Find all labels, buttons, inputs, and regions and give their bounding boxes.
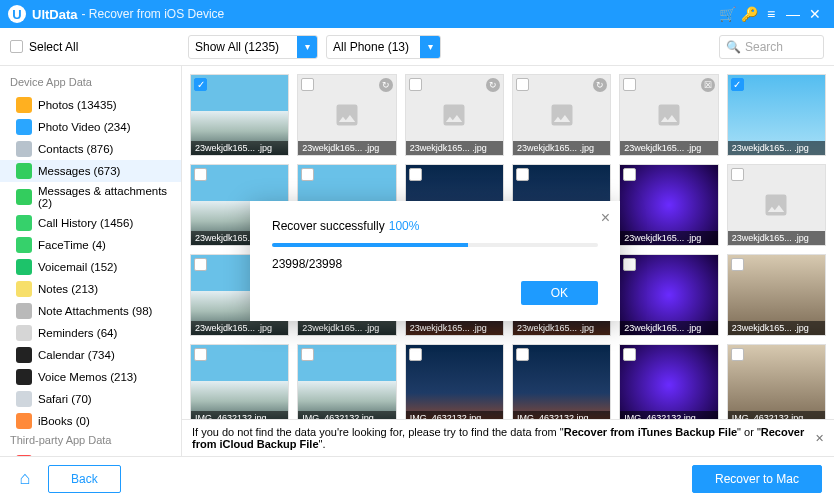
thumbnail[interactable]: ✓23wekjdk165... .jpg: [190, 74, 289, 156]
app-icon: [16, 119, 32, 135]
thumbnail[interactable]: 23wekjdk165... .jpg: [727, 254, 826, 336]
sidebar-item[interactable]: Call History (1456): [0, 212, 181, 234]
thumbnail-checkbox[interactable]: [409, 348, 422, 361]
thumbnail-checkbox[interactable]: [194, 258, 207, 271]
thumbnail[interactable]: ↻23wekjdk165... .jpg: [512, 74, 611, 156]
cart-icon[interactable]: 🛒: [716, 6, 738, 22]
thumbnail[interactable]: IMG_4632132.jpg: [619, 344, 718, 426]
sidebar-item[interactable]: Reminders (64): [0, 322, 181, 344]
chevron-down-icon: ▾: [420, 36, 440, 58]
thumbnail-checkbox[interactable]: [409, 168, 422, 181]
sidebar-item[interactable]: Messages (673): [0, 160, 181, 182]
sidebar-item[interactable]: Note Attachments (98): [0, 300, 181, 322]
thumbnail[interactable]: IMG_4632132.jpg: [405, 344, 504, 426]
app-icon: [16, 141, 32, 157]
thumbnail-checkbox[interactable]: [731, 348, 744, 361]
thumbnail-checkbox[interactable]: [623, 168, 636, 181]
thumbnail-caption: 23wekjdk165... .jpg: [513, 141, 610, 155]
sidebar-item[interactable]: FaceTime (4): [0, 234, 181, 256]
notice-text: If you do not find the data you're looki…: [192, 426, 815, 450]
app-icon: [16, 237, 32, 253]
thumbnail-checkbox[interactable]: [623, 348, 636, 361]
app-icon: [16, 215, 32, 231]
menu-icon[interactable]: ≡: [760, 6, 782, 22]
sidebar-item[interactable]: Voicemail (152): [0, 256, 181, 278]
back-button[interactable]: Back: [48, 465, 121, 493]
thumbnail-checkbox[interactable]: [516, 168, 529, 181]
thumbnail-checkbox[interactable]: [301, 78, 314, 91]
key-icon[interactable]: 🔑: [738, 6, 760, 22]
close-icon[interactable]: ✕: [804, 6, 826, 22]
thumbnail[interactable]: ✓23wekjdk165... .jpg: [727, 74, 826, 156]
sidebar-item[interactable]: Notes (213): [0, 278, 181, 300]
recover-button[interactable]: Recover to Mac: [692, 465, 822, 493]
progress-bar: [272, 243, 598, 247]
app-icon: [16, 163, 32, 179]
home-icon[interactable]: ⌂: [12, 468, 38, 489]
thumbnail-checkbox[interactable]: ✓: [194, 78, 207, 91]
sidebar-item-label: Photo Video (234): [38, 121, 131, 133]
search-input[interactable]: 🔍 Search: [719, 35, 824, 59]
thumbnail-checkbox[interactable]: [731, 258, 744, 271]
sidebar-item-label: Messages & attachments (2): [38, 185, 171, 209]
sidebar-item-label: Contacts (876): [38, 143, 113, 155]
thumbnail[interactable]: 23wekjdk165... .jpg: [727, 164, 826, 246]
thumbnail-checkbox[interactable]: [731, 168, 744, 181]
thumbnail[interactable]: IMG_4632132.jpg: [190, 344, 289, 426]
thumbnail-caption: 23wekjdk165... .jpg: [298, 141, 395, 155]
thumbnail-caption: 23wekjdk165... .jpg: [191, 141, 288, 155]
minimize-icon[interactable]: —: [782, 6, 804, 22]
thumbnail[interactable]: ↻23wekjdk165... .jpg: [405, 74, 504, 156]
device-filter-dropdown[interactable]: All Phone (13) ▾: [326, 35, 441, 59]
sidebar-item[interactable]: Contacts (876): [0, 138, 181, 160]
thumbnail-checkbox[interactable]: [623, 258, 636, 271]
itunes-backup-link[interactable]: Recover from iTunes Backup File: [564, 426, 737, 438]
thumbnail-checkbox[interactable]: [301, 168, 314, 181]
ok-button[interactable]: OK: [521, 281, 598, 305]
sidebar-item[interactable]: Calendar (734): [0, 344, 181, 366]
search-icon: 🔍: [726, 40, 741, 54]
thumbnail[interactable]: 23wekjdk165... .jpg: [619, 254, 718, 336]
sidebar-item-label: Safari (70): [38, 393, 92, 405]
app-icon: [16, 189, 32, 205]
sidebar-item-label: Voice Memos (213): [38, 371, 137, 383]
thumbnail-caption: 23wekjdk165... .jpg: [620, 231, 717, 245]
backup-notice: If you do not find the data you're looki…: [182, 419, 834, 456]
notice-close-icon[interactable]: ✕: [815, 432, 824, 445]
thumbnail-checkbox[interactable]: [516, 78, 529, 91]
thumbnail-caption: 23wekjdk165... .jpg: [406, 321, 503, 335]
thumbnail-caption: 23wekjdk165... .jpg: [191, 321, 288, 335]
thumbnail-checkbox[interactable]: [301, 348, 314, 361]
thumbnail-caption: 23wekjdk165... .jpg: [406, 141, 503, 155]
thumbnail[interactable]: IMG_4632132.jpg: [297, 344, 396, 426]
sidebar-item[interactable]: Photo Video (234): [0, 116, 181, 138]
thumbnail-checkbox[interactable]: [623, 78, 636, 91]
thumbnail[interactable]: ↻23wekjdk165... .jpg: [297, 74, 396, 156]
sidebar-item[interactable]: App Photos (0): [0, 452, 181, 456]
app-icon: [16, 455, 32, 456]
select-all-checkbox[interactable]: Select All: [10, 40, 180, 54]
sidebar-item-label: Photos (13435): [38, 99, 117, 111]
app-icon: [16, 281, 32, 297]
thumbnail-checkbox[interactable]: [516, 348, 529, 361]
thumbnail[interactable]: 23wekjdk165... .jpg: [619, 164, 718, 246]
dialog-close-icon[interactable]: ×: [601, 209, 610, 227]
thumbnail-caption: 23wekjdk165... .jpg: [620, 321, 717, 335]
sidebar-item[interactable]: Messages & attachments (2): [0, 182, 181, 212]
sidebar-item[interactable]: Safari (70): [0, 388, 181, 410]
progress-count: 23998/23998: [272, 257, 598, 271]
thumbnail[interactable]: ☒23wekjdk165... .jpg: [619, 74, 718, 156]
sidebar-item[interactable]: iBooks (0): [0, 410, 181, 432]
thumbnail-caption: 23wekjdk165... .jpg: [728, 321, 825, 335]
show-filter-dropdown[interactable]: Show All (1235) ▾: [188, 35, 318, 59]
thumbnail-checkbox[interactable]: [194, 168, 207, 181]
sidebar-item[interactable]: Photos (13435): [0, 94, 181, 116]
sidebar-item[interactable]: Voice Memos (213): [0, 366, 181, 388]
thumbnail-checkbox[interactable]: [409, 78, 422, 91]
thumbnail-checkbox[interactable]: [194, 348, 207, 361]
select-all-label: Select All: [29, 40, 78, 54]
thumbnail[interactable]: IMG_4632132.jpg: [512, 344, 611, 426]
thumbnail[interactable]: IMG_4632132.jpg: [727, 344, 826, 426]
app-icon: [16, 325, 32, 341]
thumbnail-checkbox[interactable]: ✓: [731, 78, 744, 91]
